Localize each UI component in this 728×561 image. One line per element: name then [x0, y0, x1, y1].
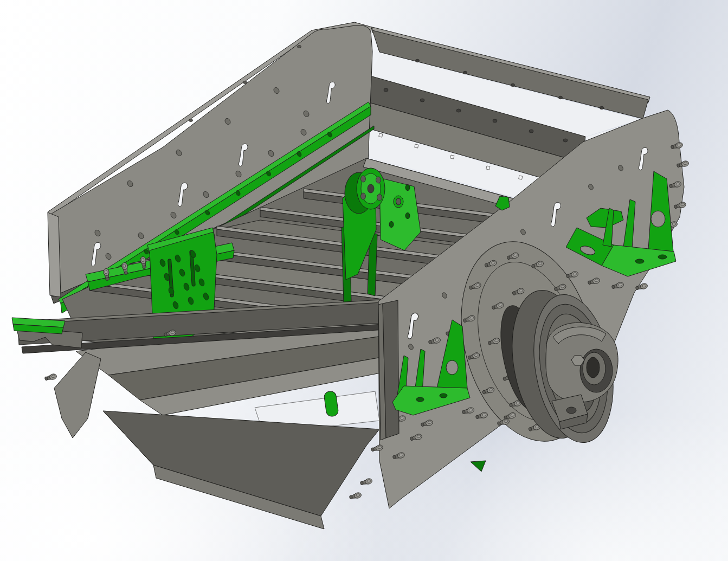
green-wedge — [471, 461, 486, 472]
cad-viewport — [0, 0, 728, 561]
left-wing-plate[interactable] — [54, 352, 101, 438]
assembly-3d-view[interactable] — [0, 0, 728, 561]
